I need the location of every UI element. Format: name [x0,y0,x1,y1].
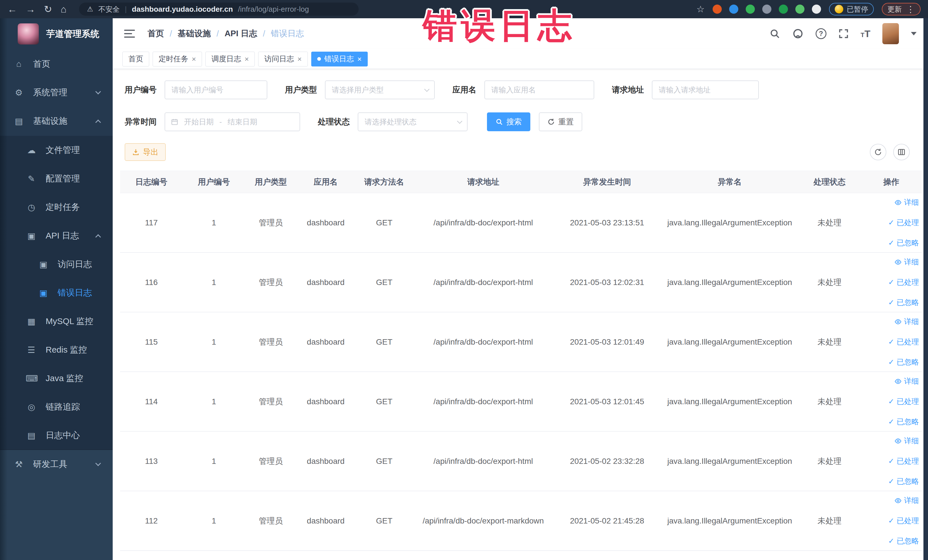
sidebar-item-scheduled-tasks[interactable]: ◷ 定时任务 [0,193,113,221]
reload-icon[interactable]: ↻ [44,4,52,14]
sidebar-item-trace[interactable]: ◎ 链路追踪 [0,392,113,421]
vpn-shield-icon[interactable] [729,5,738,14]
tab-schedule-log[interactable]: 调度日志 × [205,52,255,67]
tab-access-log[interactable]: 访问日志 × [258,52,308,67]
detail-link[interactable]: 详细 [894,197,919,208]
sidebar-item-api-log[interactable]: ▣ API 日志 [0,221,113,250]
sidebar-item-dev-tools[interactable]: ⚒ 研发工具 [0,450,113,478]
close-tab-icon[interactable]: × [297,55,302,63]
sidebar-item-file-management[interactable]: ☁ 文件管理 [0,136,113,164]
sidebar-item-config-management[interactable]: ✎ 配置管理 [0,164,113,193]
url-path: /infra/log/api-error-log [238,5,309,14]
app-logo[interactable]: 芋道管理系统 [0,18,113,50]
mark-ignored-link[interactable]: ✓ 已忽略 [888,417,919,427]
sidebar-item-error-log[interactable]: ▣ 错误日志 [0,278,113,307]
sidebar-collapse-icon[interactable] [124,30,135,38]
close-tab-icon[interactable]: × [244,55,249,63]
mark-processed-link[interactable]: ✓ 已处理 [888,218,919,227]
close-tab-icon[interactable]: × [357,55,362,63]
user-avatar[interactable] [882,23,899,44]
close-tab-icon[interactable]: × [192,55,196,63]
exception-time-range-picker[interactable]: 开始日期 - 结束日期 [165,112,300,131]
green-v-icon[interactable] [746,5,755,14]
browser-menu-kebab-icon[interactable]: ⋮ [906,4,915,14]
chevron-icon [95,119,101,125]
search-icon [496,118,503,125]
mark-processed-link[interactable]: ✓ 已处理 [888,337,919,347]
breadcrumb-home[interactable]: 首页 [148,28,164,40]
sidebar-item-system-management[interactable]: ⚙ 系统管理 [0,78,113,107]
address-bar[interactable]: ⚠ 不安全 | dashboard.yudao.iocoder.cn/infra… [79,3,359,16]
cell-method: GET [355,193,414,253]
api-log-icon: ▣ [26,231,37,241]
column-settings-button[interactable] [893,144,910,160]
export-button[interactable]: 导出 [125,143,166,161]
mark-processed-link[interactable]: ✓ 已处理 [888,516,919,526]
extensions-puzzle-icon[interactable] [812,5,821,14]
sidebar-item-access-log[interactable]: ▣ 访问日志 [0,250,113,278]
sidebar-item-redis-monitor[interactable]: ☰ Redis 监控 [0,336,113,364]
mark-ignored-link[interactable]: ✓ 已忽略 [888,238,919,248]
tab-error-log[interactable]: 错误日志 × [311,52,368,67]
detail-link[interactable]: 详细 [894,376,919,386]
breadcrumb-infrastructure[interactable]: 基础设施 [178,28,211,40]
browser-home-icon[interactable]: ⌂ [61,4,67,14]
settings-gear-icon: ⚙ [13,88,24,98]
scrollbar-track[interactable] [923,18,928,560]
reset-button[interactable]: 重置 [539,112,582,131]
check-icon: ✓ [888,278,894,287]
user-type-select[interactable]: 请选择用户类型 [325,81,435,99]
sidebar-item-mysql-monitor[interactable]: ▦ MySQL 监控 [0,307,113,336]
back-icon[interactable]: ← [8,4,17,14]
mark-ignored-link[interactable]: ✓ 已忽略 [888,357,919,367]
detail-link[interactable]: 详细 [894,257,919,267]
update-badge[interactable]: 更新 ⋮ [882,3,920,15]
user-no-input[interactable] [165,81,267,99]
eye-icon [894,258,902,266]
table-row: 112 1 管理员 dashboard GET /api/infra/db-do… [120,491,922,551]
sidebar-item-infrastructure[interactable]: ▤ 基础设施 [0,107,113,135]
switch-on-icon[interactable] [779,5,788,14]
font-size-icon[interactable]: TT [861,28,870,40]
help-icon[interactable]: ? [816,28,826,39]
mark-ignored-link[interactable]: ✓ 已忽略 [888,476,919,487]
cell-method: GET [355,312,414,372]
mark-ignored-link[interactable]: ✓ 已忽略 [888,536,919,546]
sidebar-item-home[interactable]: ⌂ 首页 [0,50,113,78]
mark-ignored-link[interactable]: ✓ 已忽略 [888,298,919,308]
github-icon[interactable] [792,28,804,40]
refresh-table-button[interactable] [870,144,886,160]
sprout-icon[interactable] [795,5,804,14]
cell-log-id: 117 [120,193,183,253]
not-secure-warning-icon: ⚠ [87,5,93,13]
sidebar-item-log-center[interactable]: ▤ 日志中心 [0,421,113,450]
tab-grid-icon[interactable] [762,5,771,14]
detail-link[interactable]: 详细 [894,496,919,505]
detail-link[interactable]: 详细 [894,317,919,327]
request-url-input[interactable] [652,81,759,99]
tab-scheduled-tasks[interactable]: 定时任务 × [153,52,202,67]
search-icon[interactable] [769,28,780,39]
app-name-input[interactable] [484,81,594,99]
mark-processed-link[interactable]: ✓ 已处理 [888,397,919,406]
breadcrumb-api-log[interactable]: API 日志 [224,28,257,40]
main-content: 首页 / 基础设施 / API 日志 / 错误日志 ? TT 首页 [113,18,928,560]
forward-icon[interactable]: → [26,4,35,14]
eye-icon [894,199,902,206]
app-name-label: 应用名 [452,84,476,95]
mark-processed-link[interactable]: ✓ 已处理 [888,277,919,287]
cell-time: 2021-05-03 12:01:45 [553,372,661,431]
process-status-select[interactable]: 请选择处理状态 [358,112,467,131]
tab-home[interactable]: 首页 [122,52,149,67]
sidebar-item-java-monitor[interactable]: ⌨ Java 监控 [0,364,113,392]
avatar-caret-down-icon[interactable] [911,32,917,35]
detail-link[interactable]: 详细 [894,436,919,446]
bookmark-star-icon[interactable]: ☆ [696,4,705,15]
fullscreen-icon[interactable] [838,29,849,39]
eye-icon [894,437,902,445]
row-actions: 详细 ✓ 已处理 ✓ 已忽略 [861,312,922,371]
adblock-icon[interactable] [713,5,722,14]
search-button[interactable]: 搜索 [487,112,530,131]
paused-badge[interactable]: 已暂停 [829,3,874,15]
mark-processed-link[interactable]: ✓ 已处理 [888,456,919,466]
